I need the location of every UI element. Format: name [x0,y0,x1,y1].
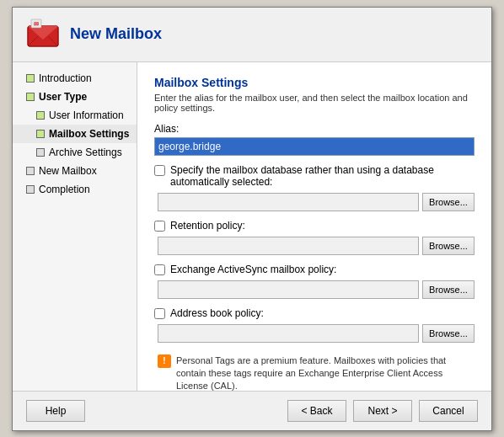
mailbox-db-row: Specify the mailbox database rather than… [154,164,475,188]
sidebar-item-new-mailbox[interactable]: New Mailbox [13,162,137,180]
sidebar-item-introduction[interactable]: Introduction [13,69,137,88]
address-book-policy-row: Address book policy: [154,307,475,319]
dialog-header: ✉ New Mailbox [13,8,491,62]
main-content: Mailbox Settings Enter the alias for the… [137,62,491,391]
mailbox-icon: ✉ [26,18,60,51]
sidebar-item-mailbox-settings[interactable]: Mailbox Settings [13,125,137,143]
activesync-policy-checkbox[interactable] [154,264,165,275]
section-title: Mailbox Settings [154,76,475,89]
retention-policy-browse-button[interactable]: Browse... [422,237,475,255]
mailbox-db-field[interactable] [158,193,419,211]
retention-policy-field[interactable] [158,237,419,255]
mailbox-db-browse-row: Browse... [154,193,475,211]
activesync-policy-browse-row: Browse... [154,280,475,299]
sidebar-item-completion[interactable]: Completion [13,180,137,199]
retention-policy-browse-row: Browse... [154,237,475,255]
retention-policy-label: Retention policy: [170,220,245,232]
new-mailbox-dot [26,167,35,175]
dialog-body: Introduction User Type User Information … [13,62,491,391]
help-button[interactable]: Help [26,400,85,422]
footer-right: < Back Next > Cancel [287,400,478,422]
introduction-label: Introduction [39,72,92,84]
section-description: Enter the alias for the mailbox user, an… [154,93,475,113]
back-button[interactable]: < Back [287,400,346,422]
dialog-footer: Help < Back Next > Cancel [13,391,491,430]
introduction-dot [26,74,35,83]
address-book-policy-field[interactable] [158,324,419,343]
address-book-policy-label: Address book policy: [170,307,264,319]
sidebar-item-user-information[interactable]: User Information [13,106,137,125]
mailbox-db-checkbox[interactable] [154,165,165,176]
user-type-dot [26,93,35,101]
alias-label: Alias: [154,123,475,135]
next-button[interactable]: Next > [353,400,412,422]
activesync-policy-label: Exchange ActiveSync mailbox policy: [170,264,336,275]
activesync-policy-row: Exchange ActiveSync mailbox policy: [154,264,475,275]
retention-policy-row: Retention policy: [154,220,475,232]
completion-dot [26,185,35,194]
info-icon: ! [158,354,171,368]
archive-settings-label: Archive Settings [49,147,122,158]
sidebar: Introduction User Type User Information … [13,62,137,391]
sidebar-item-archive-settings[interactable]: Archive Settings [13,143,137,162]
mailbox-db-label: Specify the mailbox database rather than… [170,164,475,188]
mailbox-db-browse-button[interactable]: Browse... [422,193,475,211]
retention-policy-checkbox[interactable] [154,221,165,232]
info-text: Personal Tags are a premium feature. Mai… [176,354,471,391]
sidebar-item-user-type[interactable]: User Type [13,88,137,106]
new-mailbox-label: New Mailbox [39,165,97,177]
address-book-policy-browse-button[interactable]: Browse... [422,324,475,343]
dialog-title: New Mailbox [70,25,162,43]
completion-label: Completion [39,184,90,195]
activesync-policy-browse-button[interactable]: Browse... [422,280,475,299]
archive-settings-dot [36,148,45,157]
user-type-label: User Type [39,91,87,103]
new-mailbox-dialog: ✉ New Mailbox Introduction User Type Use… [12,7,492,431]
address-book-policy-checkbox[interactable] [154,308,165,319]
footer-left: Help [26,400,85,422]
user-information-label: User Information [49,109,124,121]
user-info-dot [36,111,45,120]
svg-text:✉: ✉ [34,21,39,27]
info-row: ! Personal Tags are a premium feature. M… [154,351,475,391]
activesync-policy-field[interactable] [158,280,419,299]
cancel-button[interactable]: Cancel [419,400,478,422]
alias-input[interactable] [154,137,475,156]
mailbox-settings-label: Mailbox Settings [49,128,129,140]
address-book-policy-browse-row: Browse... [154,324,475,343]
mailbox-settings-dot [36,130,45,138]
